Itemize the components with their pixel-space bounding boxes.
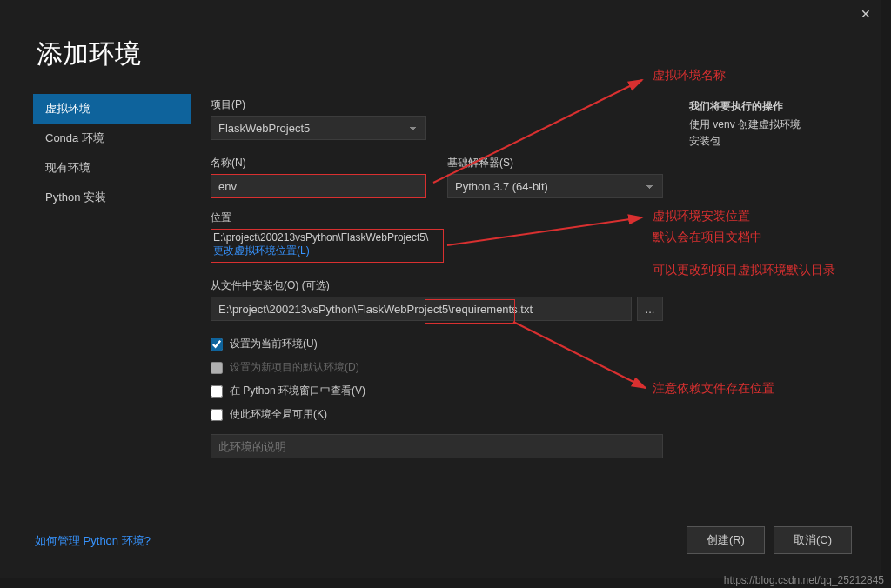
description-input[interactable]: [211, 434, 663, 458]
form-area: 项目(P) FlaskWebProject5 名称(N) 基础解释器(S) Py…: [211, 97, 663, 458]
annotation-dep-file: 注意依赖文件存在位置: [653, 381, 774, 397]
checkbox-group: 设置为当前环境(U) 设置为新项目的默认环境(D) 在 Python 环境窗口中…: [211, 337, 663, 458]
sidebar-item-python-install[interactable]: Python 安装: [33, 183, 191, 212]
check-global-box[interactable]: [211, 409, 223, 421]
ops-line1: 使用 venv 创建虚拟环境: [689, 117, 801, 132]
check-default-box[interactable]: [211, 362, 223, 374]
annotation-default-doc: 默认会在项目文档中: [653, 230, 762, 245]
packages-label: 从文件中安装包(O) (可选): [211, 278, 663, 293]
interpreter-label: 基础解释器(S): [447, 156, 663, 170]
location-label: 位置: [211, 210, 663, 225]
browse-button[interactable]: ...: [637, 297, 663, 321]
cancel-button[interactable]: 取消(C): [774, 526, 852, 554]
sidebar-item-conda[interactable]: Conda 环境: [33, 124, 191, 153]
annotation-env-name: 虚拟环境名称: [653, 68, 726, 84]
check-current-box[interactable]: [211, 338, 223, 351]
close-icon[interactable]: ✕: [861, 7, 871, 21]
check-current[interactable]: 设置为当前环境(U): [211, 337, 663, 351]
change-location-link[interactable]: 更改虚拟环境位置(L): [211, 244, 443, 258]
project-label: 项目(P): [211, 97, 663, 112]
ops-header: 我们将要执行的操作: [689, 99, 801, 114]
button-row: 创建(R) 取消(C): [687, 526, 852, 554]
annotation-change-dir: 可以更改到项目虚拟环境默认目录: [653, 263, 835, 278]
annotation-install-location: 虚拟环境安装位置: [653, 209, 750, 224]
sidebar-item-existing[interactable]: 现有环境: [33, 153, 191, 183]
name-label: 名称(N): [211, 156, 426, 170]
check-window[interactable]: 在 Python 环境窗口中查看(V): [211, 384, 663, 398]
help-link[interactable]: 如何管理 Python 环境?: [35, 533, 151, 549]
sidebar-item-virtualenv[interactable]: 虚拟环境: [33, 94, 191, 124]
ops-line2: 安装包: [689, 134, 801, 149]
sidebar: 虚拟环境 Conda 环境 现有环境 Python 安装: [33, 94, 191, 212]
check-window-box[interactable]: [211, 385, 223, 398]
project-select[interactable]: FlaskWebProject5: [211, 116, 426, 140]
check-global[interactable]: 使此环境全局可用(K): [211, 407, 663, 422]
packages-input[interactable]: [211, 297, 632, 321]
location-block: E:\project\200213vsPython\FlaskWebProjec…: [211, 229, 444, 263]
check-default[interactable]: 设置为新项目的默认环境(D): [211, 360, 663, 375]
location-path: E:\project\200213vsPython\FlaskWebProjec…: [211, 231, 443, 244]
dialog-title: 添加环境: [37, 37, 141, 72]
interpreter-select[interactable]: Python 3.7 (64-bit): [447, 174, 663, 198]
watermark: https://blog.csdn.net/qq_25212845: [724, 574, 884, 586]
add-environment-dialog: ✕ 添加环境 虚拟环境 Conda 环境 现有环境 Python 安装 项目(P…: [0, 0, 881, 578]
name-input[interactable]: [211, 174, 426, 198]
operations-info: 我们将要执行的操作 使用 venv 创建虚拟环境 安装包: [689, 99, 801, 150]
create-button[interactable]: 创建(R): [687, 526, 765, 554]
